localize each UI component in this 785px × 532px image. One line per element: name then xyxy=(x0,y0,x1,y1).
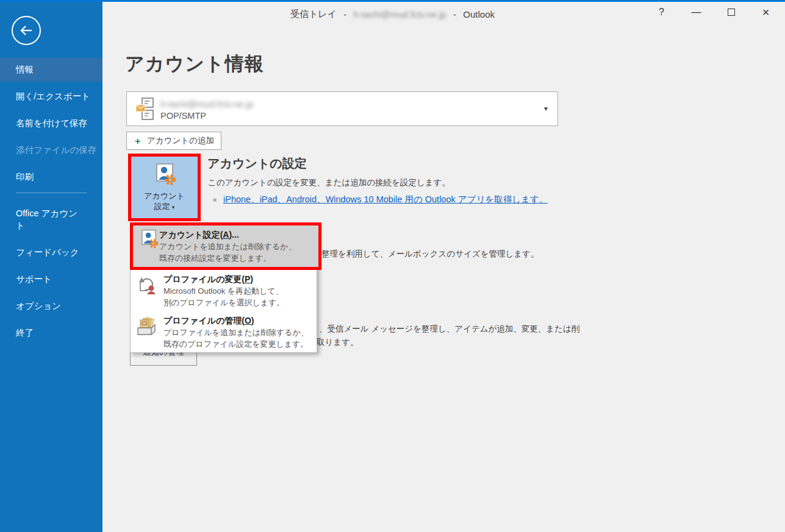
close-icon: × xyxy=(762,5,770,20)
titlebar-email-redacted: h-tachi@mud.fctv.ne.jp xyxy=(353,9,446,20)
backstage-sidebar: 情報 開く/エクスポート 名前を付けて保存 添付ファイルの保存 印刷 Offic… xyxy=(0,0,102,532)
menu-item-title: アカウント設定(A)... xyxy=(159,229,296,241)
sidebar-item-label: 終了 xyxy=(16,328,34,338)
sidebar-item-label: 開く/エクスポート xyxy=(16,91,90,101)
sidebar-item-label: 情報 xyxy=(16,65,34,74)
get-outlook-apps-link[interactable]: iPhone、iPad、Android、Windows 10 Mobile 用の… xyxy=(223,194,548,205)
mailbox-cleanup-text-fragment: 整理を利用して、メールボックスのサイズを管理します。 xyxy=(321,249,539,260)
menu-item-title: プロファイルの変更(P) xyxy=(163,273,284,285)
account-settings-small-icon xyxy=(138,229,159,264)
section-heading: アカウントの設定 xyxy=(207,155,307,172)
sidebar-item-options[interactable]: オプション xyxy=(0,294,102,318)
window-accent-line xyxy=(0,0,785,2)
account-settings-icon xyxy=(152,162,177,188)
sidebar-item-exit[interactable]: 終了 xyxy=(0,321,102,345)
sidebar-nav-lower: Office アカウント フィードバック サポート オプション 終了 xyxy=(0,201,102,345)
account-selector[interactable]: h-tachi@mud.fctv.ne.jp POP/SMTP ▼ xyxy=(126,91,558,126)
maximize-button[interactable] xyxy=(717,4,745,21)
add-account-label: アカウントの追加 xyxy=(147,135,214,146)
menu-item-change-profile[interactable]: プロファイルの変更(P) Microsoft Outlook を再起動して、 別… xyxy=(131,269,317,311)
account-protocol: POP/SMTP xyxy=(160,111,206,121)
minimize-button[interactable]: — xyxy=(682,4,711,21)
sidebar-item-save-as[interactable]: 名前を付けて保存 xyxy=(0,112,102,135)
sidebar-item-office-account[interactable]: Office アカウント xyxy=(0,201,102,238)
titlebar-separator: - xyxy=(343,9,346,20)
section-description: このアカウントの設定を変更、または追加の接続を設定します。 xyxy=(208,177,450,188)
back-button[interactable] xyxy=(12,16,41,45)
titlebar-folder: 受信トレイ xyxy=(290,9,337,19)
sidebar-item-label: フィードバック xyxy=(16,247,79,257)
sidebar-item-open-export[interactable]: 開く/エクスポート xyxy=(0,85,102,108)
sidebar-divider xyxy=(16,193,87,193)
menu-item-description: 既存の接続設定を変更します。 xyxy=(159,252,296,264)
caption-buttons: ? — × xyxy=(641,4,780,21)
menu-item-description: プロファイルを追加または削除するか、 xyxy=(163,327,309,338)
titlebar-app-name: Outlook xyxy=(463,9,495,20)
mailbox-account-icon xyxy=(135,97,156,124)
menu-item-description: 既存のプロファイル設定を変更します。 xyxy=(163,338,309,350)
menu-item-title: プロファイルの管理(O) xyxy=(163,314,309,327)
menu-item-manage-profiles[interactable]: プロファイルの管理(O) プロファイルを追加または削除するか、 既存のプロファイ… xyxy=(131,311,317,352)
sidebar-nav: 情報 開く/エクスポート 名前を付けて保存 添付ファイルの保存 印刷 xyxy=(0,58,102,189)
dropdown-caret-icon: ▾ xyxy=(172,204,175,210)
rules-alerts-text-fragment-2: 取ります。 xyxy=(317,337,358,348)
sidebar-item-feedback[interactable]: フィードバック xyxy=(0,240,102,264)
sidebar-item-info[interactable]: 情報 xyxy=(0,58,102,82)
account-settings-button[interactable]: アカウント 設定▾ xyxy=(131,157,198,218)
highlight-box-account-settings: アカウント 設定▾ xyxy=(128,154,201,221)
account-settings-label-2: 設定 xyxy=(154,202,170,211)
sidebar-item-label: オプション xyxy=(16,301,61,311)
change-profile-icon xyxy=(137,273,163,308)
menu-item-description: Microsoft Outlook を再起動して、 xyxy=(163,285,284,297)
add-account-button[interactable]: ＋ アカウントの追加 xyxy=(126,132,221,150)
sidebar-item-label: 添付ファイルの保存 xyxy=(16,145,96,155)
account-email-redacted: h-tachi@mud.fctv.ne.jp xyxy=(160,99,254,109)
help-button[interactable]: ? xyxy=(647,4,676,21)
page-title: アカウント情報 xyxy=(125,51,264,77)
close-button[interactable]: × xyxy=(751,4,780,21)
menu-item-account-settings[interactable]: アカウント設定(A)... アカウントを追加または削除するか、 既存の接続設定を… xyxy=(130,222,321,270)
plus-icon: ＋ xyxy=(133,135,142,147)
sidebar-item-support[interactable]: サポート xyxy=(0,267,102,291)
manage-profiles-icon xyxy=(137,314,163,350)
sidebar-item-label: 名前を付けて保存 xyxy=(16,118,87,128)
sidebar-item-label: 印刷 xyxy=(16,172,34,182)
account-settings-label-1: アカウント xyxy=(144,191,185,201)
chevron-down-icon[interactable]: ▼ xyxy=(543,105,549,112)
titlebar-separator: - xyxy=(453,9,456,20)
help-icon: ? xyxy=(659,7,664,18)
menu-item-description: アカウントを追加または削除するか、 xyxy=(159,241,296,252)
bullet-square-icon: ■ xyxy=(213,196,217,203)
back-arrow-icon xyxy=(19,24,34,37)
sidebar-item-label: サポート xyxy=(16,274,52,284)
sidebar-item-print[interactable]: 印刷 xyxy=(0,165,102,189)
account-settings-menu: アカウント設定(A)... アカウントを追加または削除するか、 既存の接続設定を… xyxy=(130,222,317,353)
sidebar-item-save-attachments: 添付ファイルの保存 xyxy=(0,138,102,162)
minimize-icon: — xyxy=(692,7,701,18)
menu-item-description: 別のプロファイルを選択します。 xyxy=(163,297,284,308)
maximize-icon xyxy=(728,9,735,16)
rules-alerts-text-fragment-1: 、受信メール メッセージを整理し、アイテムが追加、変更、または削 xyxy=(319,324,579,335)
sidebar-item-label: Office アカウント xyxy=(16,208,77,230)
